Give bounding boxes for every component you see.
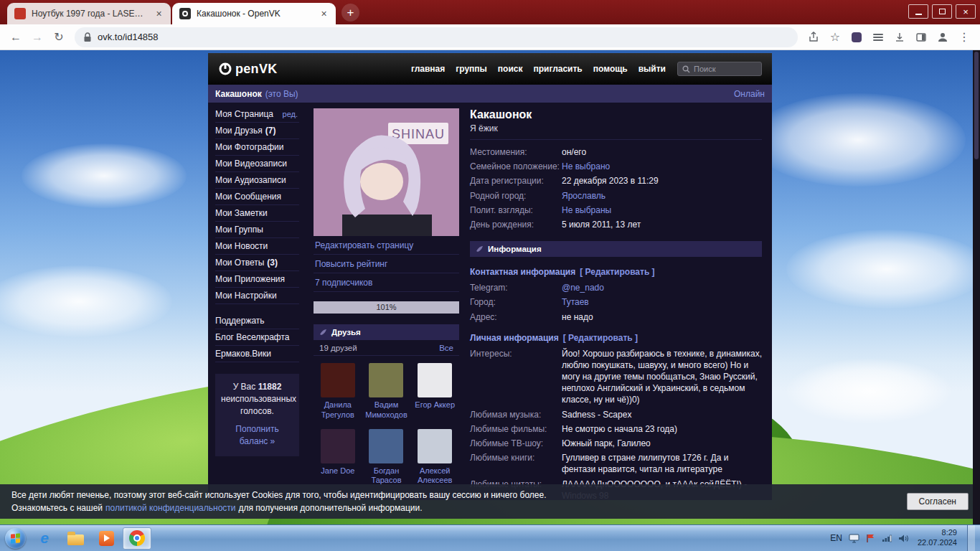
sidebar-item-groups[interactable]: Мои Группы [215,222,299,238]
field-value-link[interactable]: Ярославль [562,190,762,202]
refresh-button[interactable]: ↻ [49,27,69,47]
field-value-link[interactable]: @ne_nado [562,282,762,293]
volume-icon[interactable] [898,534,909,543]
page-scrollbar[interactable] [973,50,980,524]
window-minimize-button[interactable] [908,4,928,19]
sidebar-item-notes[interactable]: Мои Заметки [215,205,299,222]
close-tab-icon[interactable]: × [318,8,330,20]
contact-edit-link[interactable]: [ Редактировать ] [580,267,654,277]
field-value-link[interactable]: Тутаев [562,296,762,308]
profile-status[interactable]: Я ёжик [470,123,762,140]
sidebar-item-friends[interactable]: Мои Друзья(7) [215,123,299,139]
breadcrumb-you-label: (это Вы) [265,89,298,99]
profile-fields: Местоимения:он/его Семейное положение:Не… [470,146,762,230]
nav-groups[interactable]: группы [456,64,487,74]
browser-tab-active[interactable]: Какашонок - OpenVK × [172,3,336,24]
taskbar-ie-icon[interactable]: e [30,527,59,550]
cloud [786,230,980,309]
sidebar-item-donate[interactable]: Поддержать [215,313,299,329]
forward-button[interactable]: → [27,27,47,47]
friend-avatar[interactable] [418,363,452,397]
sidebar-item-news[interactable]: Мои Новости [215,238,299,255]
share-icon[interactable] [804,27,824,47]
sidebar-item-my-page[interactable]: Моя Страницаред. [215,106,299,123]
friend-avatar[interactable] [321,363,355,397]
personal-edit-link[interactable]: [ Редактировать ] [563,333,638,343]
friend-tile[interactable]: Jane Doe [315,429,361,486]
contact-info-title: Контактная информация[ Редактировать ] [470,267,762,277]
sidebar-item-wiki[interactable]: Ермаков.Вики [215,346,299,362]
edit-page-link[interactable]: Редактировать страницу [314,236,459,255]
sidebar-item-apps[interactable]: Мои Приложения [215,271,299,288]
nav-home[interactable]: главная [411,64,445,74]
edit-link[interactable]: ред. [283,110,298,118]
taskbar-media-player-icon[interactable] [92,527,121,550]
friend-avatar[interactable] [321,429,355,463]
taskbar-explorer-icon[interactable] [61,527,90,550]
side-panel-icon[interactable] [911,27,931,47]
friend-tile[interactable]: Богдан Тарасов [364,429,410,486]
new-tab-button[interactable]: + [341,4,359,22]
personal-info-title: Личная информация[ Редактировать ] [470,333,762,343]
sidebar-item-audios[interactable]: Мои Аудиозаписи [215,172,299,189]
window-close-button[interactable]: × [956,4,976,19]
field-value: Южный парк, Галилео [562,438,762,449]
privacy-policy-link[interactable]: политикой конфиденциальности [105,503,235,513]
nav-invite[interactable]: пригласить [533,64,582,74]
extension-icon-2[interactable] [868,27,888,47]
nav-help[interactable]: помощь [593,64,628,74]
sidebar-item-settings[interactable]: Мои Настройки [215,288,299,304]
site-search-box[interactable] [677,62,762,76]
sidebar-item-videos[interactable]: Мои Видеозаписи [215,156,299,172]
show-desktop-button[interactable] [967,525,975,551]
profile-icon[interactable] [933,27,953,47]
browser-tab-inactive[interactable]: Ноутбук 1997 года - LASER RET × [7,3,171,24]
sidebar-item-answers[interactable]: Мои Ответы(3) [215,255,299,271]
menu-kebab-icon[interactable]: ⋮ [954,27,974,47]
sidebar-item-photos[interactable]: Мои Фотографии [215,139,299,156]
friend-tile[interactable]: Егор Аккер [412,363,458,420]
field-value-link[interactable]: Не выбраны [562,204,762,216]
cloud [750,93,966,187]
friends-grid: Данила Трегулов Вадим Мимоходов Егор Акк… [314,356,459,491]
window-maximize-button[interactable] [932,4,952,19]
download-icon[interactable] [890,27,910,47]
sidebar-item-messages[interactable]: Мои Сообщения [215,189,299,205]
field-value: 22 декабря 2023 в 11:29 [562,175,762,187]
address-bar[interactable]: ovk.to/id14858 [75,27,798,47]
browser-tab-bar: Ноутбук 1997 года - LASER RET × Какашоно… [0,0,980,24]
extension-icon-1[interactable] [847,27,867,47]
tray-flag-icon[interactable] [866,534,875,543]
cookie-accept-button[interactable]: Согласен [907,493,969,510]
sidebar-item-blog[interactable]: Блог Веселкрафта [215,329,299,346]
browser-toolbar: ← → ↻ ovk.to/id14858 ☆ ⋮ [0,24,980,50]
boost-rating-link[interactable]: Повысить рейтинг [314,255,459,273]
friend-avatar[interactable] [369,429,403,463]
field-value-link[interactable]: Не выбрано [562,161,762,172]
taskbar-clock[interactable]: 8:29 22.07.2024 [918,528,957,548]
friend-tile[interactable]: Алексей Алексеев [412,429,458,486]
top-up-balance-link[interactable]: Пополнить баланс » [221,423,293,448]
profile-avatar[interactable]: SHINAU [314,108,459,236]
friend-avatar[interactable] [369,363,403,397]
friend-tile[interactable]: Вадим Мимоходов [364,363,410,420]
language-indicator[interactable]: EN [830,533,842,543]
subscribers-link[interactable]: 7 подписчиков [314,273,459,292]
close-tab-icon[interactable]: × [153,8,165,20]
friend-avatar[interactable] [418,429,452,463]
search-input[interactable] [694,65,755,73]
nav-search[interactable]: поиск [498,64,523,74]
taskbar-browser-active-icon[interactable] [123,527,151,550]
tray-monitor-icon[interactable] [849,534,859,543]
clock-time: 8:29 [918,528,957,538]
friend-tile[interactable]: Данила Трегулов [315,363,361,420]
bookmark-star-icon[interactable]: ☆ [825,27,845,47]
network-icon[interactable] [882,534,892,542]
scrollbar-thumb[interactable] [974,52,979,159]
friends-all-link[interactable]: Все [439,344,453,352]
internet-explorer-icon: e [40,529,49,547]
start-button[interactable] [2,527,28,550]
openvk-logo[interactable]: penVK [218,62,278,77]
nav-logout[interactable]: выйти [639,64,666,74]
back-button[interactable]: ← [6,27,26,47]
